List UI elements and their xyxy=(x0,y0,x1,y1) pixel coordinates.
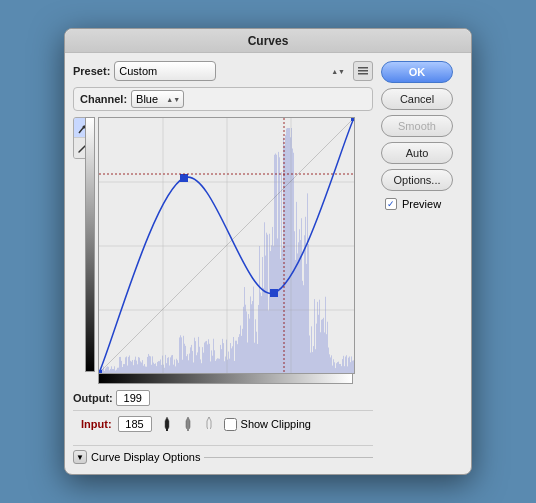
ok-button[interactable]: OK xyxy=(381,61,453,83)
channel-label: Channel: xyxy=(80,93,127,105)
left-panel: Preset: Custom Default Strong Contrast L… xyxy=(73,61,373,468)
svg-rect-5 xyxy=(166,428,168,431)
input-label: Input: xyxy=(81,418,112,430)
svg-rect-1 xyxy=(358,70,368,72)
preview-row: ✓ Preview xyxy=(381,198,463,210)
svg-rect-6 xyxy=(187,428,189,431)
preview-label: Preview xyxy=(402,198,441,210)
dialog-title: Curves xyxy=(248,34,289,48)
channel-select[interactable]: RGB Red Green Blue xyxy=(131,90,184,108)
curve-display-label: Curve Display Options xyxy=(91,451,200,463)
curve-canvas[interactable] xyxy=(98,117,355,374)
options-button[interactable]: Options... xyxy=(381,169,453,191)
gray-point-eyedropper[interactable] xyxy=(179,415,197,433)
output-label: Output: xyxy=(73,392,113,404)
output-value[interactable] xyxy=(116,390,150,406)
svg-rect-0 xyxy=(358,67,368,69)
preset-select[interactable]: Custom Default Strong Contrast Linear Co… xyxy=(114,61,216,81)
output-row: Output: xyxy=(73,390,373,406)
title-bar: Curves xyxy=(65,29,471,53)
preset-row: Preset: Custom Default Strong Contrast L… xyxy=(73,61,373,81)
black-point-eyedropper[interactable] xyxy=(158,415,176,433)
svg-rect-2 xyxy=(358,73,368,75)
curves-dialog: Curves Preset: Custom Default Strong Con… xyxy=(64,28,472,475)
channel-row: Channel: RGB Red Green Blue xyxy=(73,87,373,111)
canvas-container xyxy=(98,117,355,384)
divider xyxy=(204,457,373,458)
curve-area xyxy=(73,117,373,384)
svg-rect-7 xyxy=(208,428,210,431)
preview-checkbox[interactable]: ✓ xyxy=(385,198,397,210)
curve-display-disclosure[interactable]: ▼ xyxy=(73,450,87,464)
input-row-bottom: Input: xyxy=(81,415,365,433)
preset-menu-button[interactable] xyxy=(353,61,373,81)
show-clipping-checkbox[interactable] xyxy=(224,418,237,431)
smooth-button[interactable]: Smooth xyxy=(381,115,453,137)
right-panel: OK Cancel Smooth Auto Options... ✓ Previ… xyxy=(381,61,463,468)
input-gradient-bar xyxy=(98,374,353,384)
eyedropper-buttons xyxy=(158,415,218,433)
show-clipping-row: Show Clipping xyxy=(224,418,311,431)
input-value[interactable] xyxy=(118,416,152,432)
bottom-section: Input: xyxy=(73,410,373,437)
curve-display-row: ▼ Curve Display Options xyxy=(73,445,373,468)
cancel-button[interactable]: Cancel xyxy=(381,88,453,110)
white-point-eyedropper[interactable] xyxy=(200,415,218,433)
channel-select-wrapper: RGB Red Green Blue xyxy=(131,90,184,108)
auto-button[interactable]: Auto xyxy=(381,142,453,164)
dialog-body: Preset: Custom Default Strong Contrast L… xyxy=(65,53,471,474)
preset-label: Preset: xyxy=(73,65,110,77)
preset-select-wrapper: Custom Default Strong Contrast Linear Co… xyxy=(114,61,349,81)
show-clipping-label[interactable]: Show Clipping xyxy=(241,418,311,430)
output-gradient-bar xyxy=(85,117,95,372)
